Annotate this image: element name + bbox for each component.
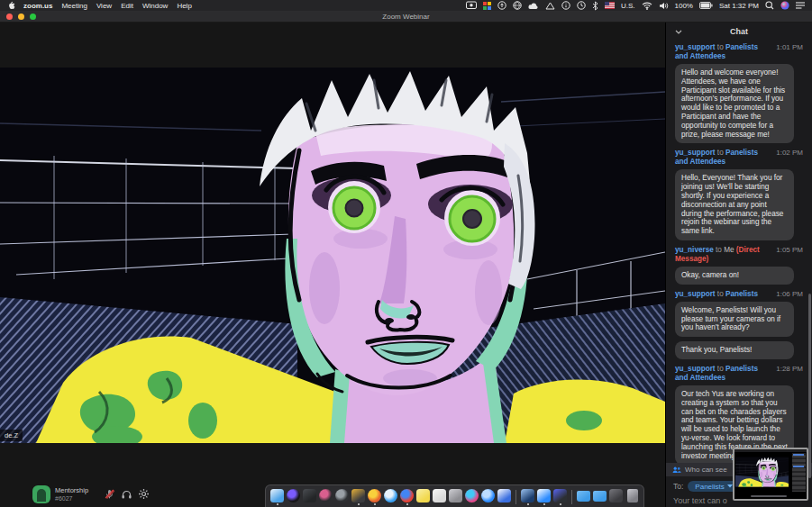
dock-app-terminal[interactable] [303, 489, 316, 504]
dock-app-color-grid-app[interactable] [351, 489, 365, 504]
dock-app-stack-misc[interactable] [609, 489, 623, 504]
us-flag-icon[interactable] [605, 2, 615, 9]
apple-menu[interactable] [7, 1, 15, 10]
chat-panel: Chat yu_support to Panelists and Attende… [665, 23, 812, 507]
dock-app-media-app[interactable] [319, 489, 333, 504]
notification-center-icon[interactable] [796, 2, 805, 9]
message-recipient: Me [724, 246, 734, 254]
volume-icon[interactable] [659, 2, 669, 10]
menu-item-window[interactable]: Window [142, 2, 168, 10]
gray-app-icon [449, 489, 462, 502]
macos-dock [265, 484, 644, 507]
message-sender: yu_support [675, 365, 716, 373]
dock-app-discord[interactable] [553, 489, 567, 504]
battery-icon[interactable] [699, 2, 713, 9]
safari-icon [384, 489, 397, 502]
running-indicator-dot [277, 503, 278, 505]
pinwheel-app-icon [465, 489, 479, 502]
message-timestamp: 1:06 PM [776, 290, 803, 299]
participant-name-label: de.Z [0, 430, 23, 441]
dock-app-siri[interactable] [287, 489, 300, 504]
warning-triangle-icon[interactable] [545, 2, 555, 10]
to-label: To: [673, 482, 683, 491]
dock-app-gray-app[interactable] [449, 489, 462, 504]
dock-app-pinwheel-app[interactable] [465, 489, 479, 504]
dock-divider [515, 490, 516, 504]
dock-app-folder-downloads[interactable] [577, 489, 590, 504]
menu-item-help[interactable]: Help [177, 2, 191, 10]
dock-app-checkmark-app[interactable] [497, 489, 511, 504]
chat-scrollbar[interactable] [808, 294, 811, 477]
privacy-note-text: Who can see [685, 466, 727, 474]
dock-app-safari[interactable] [384, 489, 397, 504]
dock-app-chrome[interactable] [400, 489, 414, 504]
dock-app-stickies[interactable] [416, 489, 430, 504]
dock-app-textedit[interactable] [433, 489, 446, 504]
folder-documents-icon [593, 491, 607, 502]
running-indicator-dot [560, 503, 561, 505]
textedit-icon [433, 489, 446, 502]
message-timestamp: 1:28 PM [776, 365, 803, 374]
dock-app-zoom[interactable] [537, 489, 551, 504]
menu-item-meeting[interactable]: Meeting [61, 2, 87, 10]
history-clock-icon[interactable] [577, 1, 586, 10]
menu-bar-clock[interactable]: Sat 1:32 PM [719, 2, 759, 10]
dock-app-folder-documents[interactable] [593, 489, 607, 504]
dock-app-blue-circle-app[interactable] [481, 489, 495, 504]
stack-misc-icon [609, 489, 623, 502]
chevron-down-icon[interactable] [675, 30, 682, 34]
discord-user-panel: Mentorship #6027 [32, 481, 151, 507]
discord-discriminator: #6027 [55, 494, 96, 502]
app-menus: zoom.usMeetingViewEditWindowHelp [23, 2, 192, 10]
gear-icon[interactable] [139, 489, 149, 499]
running-indicator-dot [374, 503, 376, 505]
menu-item-view[interactable]: View [96, 2, 112, 10]
chat-message-list[interactable]: yu_support to Panelists and Attendees1:0… [666, 41, 812, 463]
message-sender: yu_support [675, 149, 716, 157]
spotlight-search-icon[interactable] [765, 1, 774, 10]
bluetooth-icon[interactable] [592, 1, 598, 11]
people-icon [672, 466, 681, 474]
stickies-icon [416, 489, 430, 502]
dock-app-paper-plane-app[interactable] [335, 489, 349, 504]
pip-video-frame [735, 453, 789, 491]
dock-app-finder[interactable] [270, 489, 284, 504]
dock-app-firefox[interactable] [368, 489, 381, 504]
siri-icon[interactable] [780, 1, 789, 10]
wifi-icon[interactable] [642, 2, 652, 10]
recipient-selected-value: Panelists [695, 483, 724, 491]
message-recipient: Panelists [725, 290, 758, 298]
chevron-down-icon [727, 484, 733, 488]
media-app-icon [319, 489, 333, 502]
message-timestamp: 1:01 PM [776, 43, 803, 52]
colorful-grid-app-icon[interactable] [483, 2, 491, 10]
input-locale-label[interactable]: U.S. [621, 2, 635, 10]
menu-item-edit[interactable]: Edit [121, 2, 133, 10]
dark-globe-app-icon[interactable] [513, 1, 522, 10]
headphones-icon[interactable] [122, 490, 132, 499]
mail-dark-app-icon [521, 489, 534, 502]
active-speaker-video [0, 68, 665, 443]
dock-app-trash[interactable] [625, 489, 639, 504]
dock-app-mail-dark-app[interactable] [521, 489, 534, 504]
pip-dock-strip [751, 495, 787, 498]
paper-plane-app-icon [335, 489, 349, 502]
screen-preview-thumbnail[interactable] [733, 448, 808, 501]
discord-avatar[interactable] [32, 485, 50, 503]
message-sender: yu_support [675, 43, 716, 51]
message-sender: yu_support [675, 290, 716, 298]
chat-message: yu_support to Panelists and Attendees1:0… [675, 149, 803, 240]
microphone-muted-icon[interactable] [105, 489, 114, 499]
info-circle-icon[interactable] [561, 1, 570, 10]
circle-arrow-app-icon[interactable] [497, 1, 506, 10]
blue-circle-app-icon [481, 489, 495, 502]
chat-message: yu_support to Panelists1:06 PMWelcome, P… [675, 290, 803, 359]
screen-mirroring-icon[interactable] [466, 1, 477, 10]
webinar-video-stage: de.Z [0, 23, 665, 507]
cloud-icon[interactable] [528, 2, 539, 10]
menu-item-zoom-us[interactable]: zoom.us [23, 2, 52, 10]
message-bubble: Thank you, Panelists! [675, 341, 794, 359]
discord-username: Mentorship [55, 486, 96, 494]
color-grid-app-icon [351, 489, 365, 502]
running-indicator-dot [527, 503, 529, 505]
